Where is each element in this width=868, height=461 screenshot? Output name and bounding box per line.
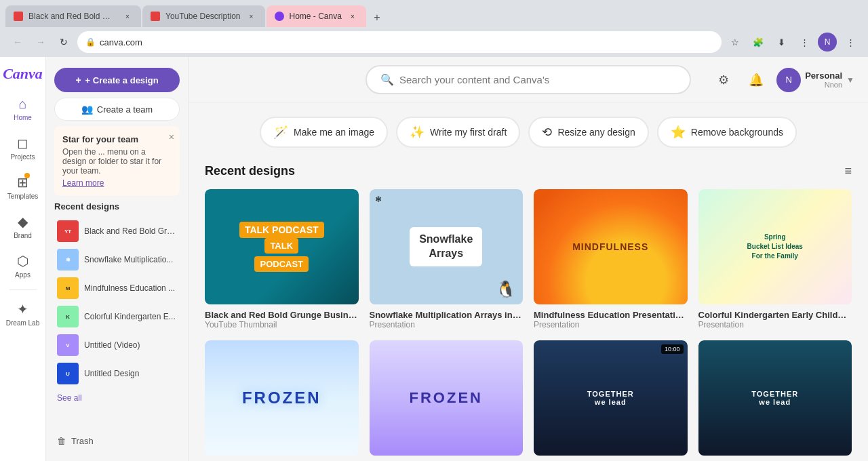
- recent-item-5-name: Untitled Design: [84, 369, 177, 378]
- search-input[interactable]: [399, 74, 676, 85]
- tab-1[interactable]: Black and Red Bold Grunge Bu... ×: [5, 5, 141, 27]
- tab-3[interactable]: Home - Canva ×: [267, 5, 366, 27]
- recent-item-0[interactable]: YT Black and Red Bold Gru...: [54, 217, 180, 245]
- create-design-plus-icon: +: [75, 75, 81, 85]
- tab-1-close[interactable]: ×: [122, 11, 133, 22]
- design-card-3-name: Colorful Kindergarten Early Childho...: [698, 310, 852, 320]
- recent-item-1[interactable]: ❄ Snowflake Multiplicatio...: [54, 245, 180, 274]
- star-banner-title: Star for your team: [62, 134, 172, 144]
- design-card-0-type: YouTube Thumbnail: [205, 320, 359, 329]
- design-card-3[interactable]: SpringBucket List IdeasFor the Family Co…: [698, 189, 852, 329]
- recent-item-0-name: Black and Red Bold Gru...: [84, 226, 177, 236]
- kindergarten-text: SpringBucket List IdeasFor the Family: [747, 233, 803, 261]
- sidebar-item-brand[interactable]: ◆ Brand: [3, 208, 43, 245]
- recent-designs-header: Recent designs ≡: [205, 164, 852, 178]
- sidebar-item-apps[interactable]: ⬡ Apps: [3, 247, 43, 284]
- search-icon: 🔍: [380, 73, 394, 86]
- recent-item-3[interactable]: K Colorful Kindergarten E...: [54, 302, 180, 331]
- team-icon: 👥: [81, 104, 93, 115]
- recent-item-2[interactable]: M Mindfulness Education ...: [54, 274, 180, 302]
- recent-designs-panel-title: Recent designs: [54, 201, 180, 212]
- star-banner-close[interactable]: ×: [169, 132, 174, 142]
- see-all-link[interactable]: See all: [54, 390, 180, 405]
- design-card-1-thumb: SnowflakeArrays 🐧 ❄: [370, 189, 524, 304]
- design-card-1[interactable]: SnowflakeArrays 🐧 ❄ Snowflake Multiplica…: [370, 189, 524, 329]
- tab-2[interactable]: YouTube Description ×: [142, 5, 265, 27]
- reload-button[interactable]: ↻: [54, 33, 73, 52]
- settings-icon-button[interactable]: ⚙: [711, 68, 736, 92]
- sidebar-item-home[interactable]: ⌂ Home: [3, 91, 43, 127]
- back-button[interactable]: ←: [8, 33, 27, 52]
- remove-backgrounds-button[interactable]: ⭐ Remove backgrounds: [657, 117, 797, 148]
- design-card-0[interactable]: TALK PODCAST Black and Red Bold Grunge B…: [205, 189, 359, 329]
- recent-item-1-thumb: ❄: [57, 249, 79, 270]
- design-card-4[interactable]: FROZEN Untitled (Video): [205, 340, 359, 461]
- design-card-4-thumb: FROZEN: [205, 340, 359, 456]
- trash-item[interactable]: 🗑 Trash: [54, 432, 180, 450]
- sparkle-icon: ✨: [410, 125, 425, 140]
- make-image-button[interactable]: 🪄 Make me an image: [260, 117, 388, 148]
- trash-icon: 🗑: [57, 436, 66, 446]
- design-card-1-name: Snowflake Multiplication Arrays in Bl...: [370, 310, 524, 320]
- bookmark-button[interactable]: ☆: [726, 33, 745, 52]
- design-card-6-thumb: TOGETHERwe lead 10:00: [534, 340, 688, 456]
- design-card-2[interactable]: MINDFULNESS Mindfulness Education Presen…: [534, 189, 688, 329]
- settings-button[interactable]: ⋮: [795, 33, 814, 52]
- design-card-2-thumb: MINDFULNESS: [534, 189, 688, 304]
- together-text-2: TOGETHERwe lead: [751, 390, 798, 406]
- browser-extension-button[interactable]: 🧩: [749, 33, 768, 52]
- new-tab-button[interactable]: +: [368, 8, 387, 27]
- resize-design-button[interactable]: ⟲ Resize any design: [528, 117, 648, 148]
- address-bar[interactable]: 🔒 canva.com: [77, 31, 722, 53]
- tab-3-title: Home - Canva: [290, 12, 342, 21]
- recent-item-2-thumb: M: [57, 277, 79, 299]
- search-bar-container: 🔍: [366, 65, 691, 94]
- snowflake-icon: ❄: [375, 195, 382, 204]
- design-grid: TALK PODCAST Black and Red Bold Grunge B…: [205, 189, 852, 461]
- sidebar-divider: [9, 289, 37, 290]
- projects-icon: ◻: [17, 135, 28, 151]
- templates-icon: ⊞: [17, 174, 28, 191]
- browser-profile-button[interactable]: N: [818, 33, 837, 52]
- design-card-1-type: Presentation: [370, 320, 524, 329]
- forward-button[interactable]: →: [31, 33, 50, 52]
- create-team-button[interactable]: 👥 Create a team: [54, 98, 180, 121]
- user-info[interactable]: N Personal Nnon ▼: [776, 68, 854, 92]
- create-design-button[interactable]: + + Create a design: [54, 68, 180, 92]
- design-card-0-name: Black and Red Bold Grunge Business...: [205, 310, 359, 320]
- tab-3-close[interactable]: ×: [347, 11, 358, 22]
- tab-3-favicon: [275, 12, 284, 21]
- star-banner: × Star for your team Open the ... menu o…: [54, 126, 180, 196]
- design-card-5[interactable]: FROZEN Untitled Design 640 × 480 px: [370, 340, 524, 461]
- user-text: Personal Nnon: [805, 71, 842, 89]
- write-draft-button[interactable]: ✨ Write my first draft: [396, 117, 520, 148]
- tab-2-close[interactable]: ×: [246, 11, 257, 22]
- design-card-6[interactable]: TOGETHERwe lead 10:00 Disney Elsa & Anna…: [534, 340, 688, 461]
- learn-more-link[interactable]: Learn more: [62, 178, 104, 188]
- podcast-label2: PODCAST: [254, 256, 309, 272]
- notifications-icon-button[interactable]: 🔔: [744, 68, 768, 92]
- main-content-scroll: 🪄 Make me an image ✨ Write my first draf…: [189, 103, 868, 461]
- download-button[interactable]: ⬇: [772, 33, 791, 52]
- sidebar: Canva ⌂ Home ◻ Projects ⊞ Templates ◆ Br…: [0, 57, 46, 461]
- apps-icon: ⬡: [17, 253, 28, 269]
- recent-item-4[interactable]: V Untitled (Video): [54, 331, 180, 359]
- recent-item-1-name: Snowflake Multiplicatio...: [84, 255, 177, 264]
- sidebar-item-templates[interactable]: ⊞ Templates: [3, 169, 43, 205]
- tab-2-title: YouTube Description: [165, 12, 241, 21]
- penguin-icon: 🐧: [496, 280, 516, 299]
- home-icon: ⌂: [18, 96, 26, 112]
- sidebar-item-dreamlab[interactable]: ✦ Dream Lab: [3, 296, 43, 332]
- design-card-3-thumb: SpringBucket List IdeasFor the Family: [698, 189, 852, 304]
- lock-icon: 🔒: [85, 37, 96, 47]
- more-button[interactable]: ⋮: [841, 33, 860, 52]
- design-card-7[interactable]: TOGETHERwe lead Disney Elsa & Anna Dark …: [698, 340, 852, 461]
- view-toggle-button[interactable]: ≡: [844, 164, 852, 178]
- tab-2-favicon: [151, 12, 160, 21]
- timer-badge: 10:00: [661, 344, 684, 354]
- sidebar-item-projects[interactable]: ◻ Projects: [3, 129, 43, 166]
- design-card-2-name: Mindfulness Education Presentation...: [534, 310, 688, 320]
- recent-item-5[interactable]: U Untitled Design: [54, 359, 180, 388]
- canva-logo: Canva: [3, 65, 43, 83]
- mindfulness-text: MINDFULNESS: [572, 241, 648, 252]
